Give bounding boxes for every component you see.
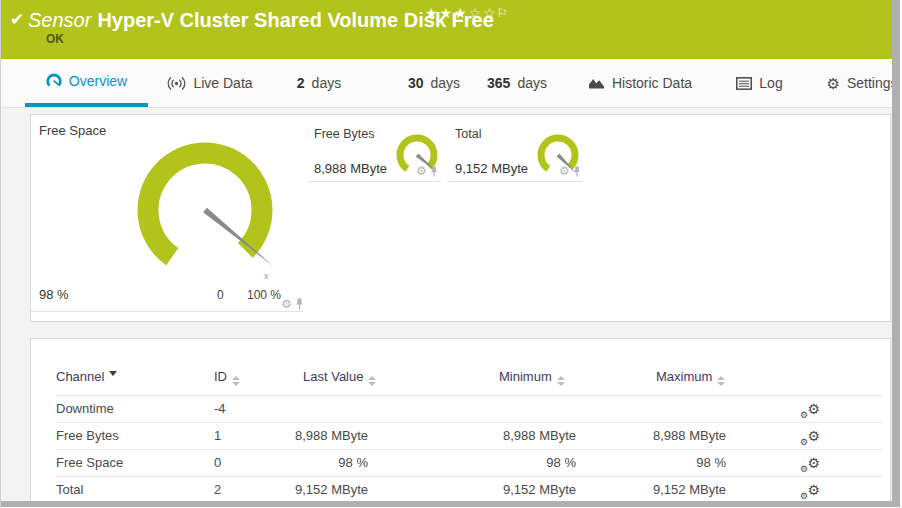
flag-icon[interactable]: ⚐	[497, 6, 508, 20]
channels-table-panel: Channel ID Last Value Minimum Maximum Do…	[30, 338, 891, 508]
column-header-id[interactable]: ID	[214, 369, 240, 386]
status-ok-check-icon: ✔	[10, 9, 24, 30]
gauge-peak-marker: x	[264, 271, 269, 281]
tab-historic-data[interactable]: Historic Data	[585, 59, 695, 107]
sort-desc-icon	[109, 371, 117, 380]
gauge-channel-label: Total	[455, 127, 481, 141]
gear-icon: ⚙	[800, 410, 808, 420]
gear-icon: ⚙	[800, 464, 808, 474]
channel-settings-button[interactable]: ⚙⚙	[795, 401, 825, 422]
cell-last-value: 9,152 MByte	[271, 482, 368, 497]
gauge-arc	[148, 153, 262, 257]
free-space-gauge	[31, 115, 303, 311]
window-border-right	[892, 0, 900, 508]
column-label: Channel	[56, 369, 104, 384]
gear-icon: ⚙	[807, 482, 820, 498]
column-header-last-value[interactable]: Last Value	[303, 369, 376, 386]
pin-icon[interactable]	[295, 298, 304, 310]
tab-number: 2	[297, 75, 305, 91]
sort-icon	[557, 376, 565, 386]
sensor-status-header: ✔ SensorHyper-V Cluster Shared Volume Di…	[0, 0, 892, 59]
pin-icon[interactable]	[430, 166, 438, 177]
tab-label: Live Data	[193, 75, 252, 91]
column-header-maximum[interactable]: Maximum	[656, 369, 725, 386]
double-gear-icon: ⚙⚙	[799, 401, 821, 419]
tab-overview[interactable]: Overview	[25, 59, 148, 107]
double-gear-icon: ⚙⚙	[799, 482, 821, 500]
cell-id: 2	[214, 482, 221, 497]
cell-channel: Free Bytes	[56, 428, 119, 443]
log-icon	[736, 77, 752, 90]
gear-icon: ⚙	[807, 428, 820, 444]
column-header-minimum[interactable]: Minimum	[499, 369, 565, 386]
stars-empty: ☆☆	[469, 5, 498, 21]
gauge-value: 98 %	[39, 287, 69, 302]
table-row-free-bytes[interactable]: Free Bytes 1 8,988 MByte 8,988 MByte 8,9…	[31, 422, 890, 449]
tab-label: Overview	[69, 73, 127, 89]
gauge-channel-label: Free Bytes	[314, 127, 374, 141]
table-row-free-space[interactable]: Free Space 0 98 % 98 % 98 % ⚙⚙	[31, 449, 890, 476]
gear-icon[interactable]: ⚙	[281, 298, 292, 310]
channel-settings-button[interactable]: ⚙⚙	[795, 482, 825, 503]
tab-number: 30	[408, 75, 424, 91]
tab-label: days	[312, 75, 342, 91]
tab-label: Historic Data	[612, 75, 692, 91]
tab-live-data[interactable]: Live Data	[160, 59, 260, 107]
sort-icon	[717, 376, 725, 386]
cell-channel: Downtime	[56, 401, 114, 416]
tab-label: Settings	[847, 75, 898, 91]
tab-30-days[interactable]: 30 days	[400, 59, 468, 107]
double-gear-icon: ⚙⚙	[799, 428, 821, 446]
tab-bar: Overview Live Data 2 days 30 days 365 da…	[0, 59, 892, 108]
cell-maximum: 98 %	[626, 455, 726, 470]
priority-stars[interactable]: ★★★☆☆	[425, 5, 498, 21]
gauge-icon	[46, 73, 62, 89]
gear-icon: ⚙	[807, 455, 820, 471]
prtg-sensor-page: ✔ SensorHyper-V Cluster Shared Volume Di…	[0, 0, 902, 508]
table-header-row: Channel ID Last Value Minimum Maximum	[31, 339, 890, 395]
stars-filled: ★★★	[425, 5, 469, 21]
column-label: ID	[214, 369, 227, 384]
sort-icon	[368, 376, 376, 386]
gauge-tile-tools: ⚙	[416, 165, 438, 177]
tab-number: 365	[487, 75, 510, 91]
cell-channel: Free Space	[56, 455, 123, 470]
cell-minimum: 8,988 MByte	[476, 428, 576, 443]
sort-icon	[232, 376, 240, 386]
gauge-tile-tools: ⚙	[559, 165, 581, 177]
gear-icon: ⚙	[800, 437, 808, 447]
cell-id: -4	[214, 401, 226, 416]
gauge-value: 8,988 MByte	[314, 161, 387, 176]
column-label: Maximum	[656, 369, 712, 384]
cell-id: 0	[214, 455, 221, 470]
tab-settings[interactable]: ⚙ Settings	[828, 59, 896, 107]
sensor-type-label: Sensor	[28, 9, 91, 31]
status-badge: OK	[46, 32, 64, 46]
gauge-tile-free-space[interactable]: Free Space x 0 100 % 98 % ⚙	[31, 115, 303, 312]
column-label: Last Value	[303, 369, 363, 384]
tab-log[interactable]: Log	[732, 59, 787, 107]
table-row-downtime[interactable]: Downtime -4 ⚙⚙	[31, 395, 890, 422]
channel-settings-button[interactable]: ⚙⚙	[795, 428, 825, 449]
double-gear-icon: ⚙⚙	[799, 455, 821, 473]
column-header-channel[interactable]: Channel	[56, 369, 117, 384]
tab-2-days[interactable]: 2 days	[288, 59, 350, 107]
tab-365-days[interactable]: 365 days	[483, 59, 551, 107]
gauge-tile-total[interactable]: Total 9,152 MByte ⚙	[449, 121, 584, 182]
window-border-left	[0, 0, 1, 508]
cell-minimum: 98 %	[476, 455, 576, 470]
tab-label: days	[517, 75, 547, 91]
cell-last-value: 8,988 MByte	[271, 428, 368, 443]
gear-icon: ⚙	[800, 491, 808, 501]
channel-settings-button[interactable]: ⚙⚙	[795, 455, 825, 476]
gauge-tile-free-bytes[interactable]: Free Bytes 8,988 MByte ⚙	[308, 121, 441, 182]
gear-icon[interactable]: ⚙	[416, 165, 427, 177]
gear-icon[interactable]: ⚙	[559, 165, 570, 177]
gauge-scale-max: 100 %	[247, 288, 281, 302]
gauge-scale-min: 0	[217, 288, 224, 302]
gauge-channel-label: Free Space	[39, 123, 106, 138]
gauge-tile-tools: ⚙	[281, 298, 304, 310]
gear-icon: ⚙	[826, 76, 839, 91]
table-row-total[interactable]: Total 2 9,152 MByte 9,152 MByte 9,152 MB…	[31, 476, 890, 503]
pin-icon[interactable]	[573, 166, 581, 177]
